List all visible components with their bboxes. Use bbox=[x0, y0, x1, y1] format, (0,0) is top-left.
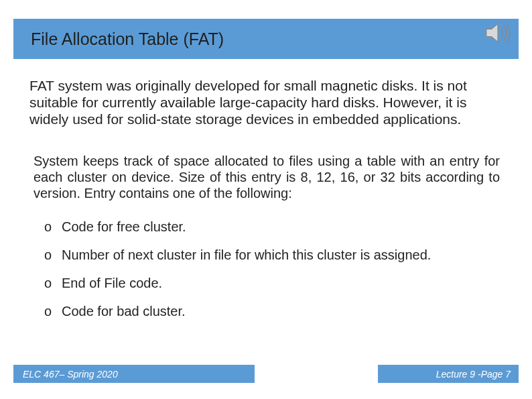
paragraph-intro: FAT system was originally developed for … bbox=[29, 78, 500, 127]
title-bar: File Allocation Table (FAT) bbox=[13, 19, 519, 59]
list-item-text: Number of next cluster in file for which… bbox=[62, 247, 431, 263]
list-marker: o bbox=[44, 247, 62, 263]
list-marker: o bbox=[44, 219, 62, 235]
slide-title: File Allocation Table (FAT) bbox=[31, 30, 224, 49]
speaker-icon bbox=[482, 17, 513, 48]
list-item: o Code for free cluster. bbox=[44, 219, 500, 235]
list-item: o End of File code. bbox=[44, 275, 500, 291]
page-label: Lecture 9 -Page 7 bbox=[436, 369, 511, 380]
slide: File Allocation Table (FAT) FAT system w… bbox=[0, 0, 532, 399]
footer-right: Lecture 9 -Page 7 bbox=[378, 365, 519, 383]
list-marker: o bbox=[44, 303, 62, 319]
list-item-text: End of File code. bbox=[62, 275, 162, 291]
bullet-list: o Code for free cluster. o Number of nex… bbox=[44, 219, 500, 331]
course-label: ELC 467– Spring 2020 bbox=[23, 369, 118, 380]
list-item: o Number of next cluster in file for whi… bbox=[44, 247, 500, 263]
list-marker: o bbox=[44, 275, 62, 291]
footer-left: ELC 467– Spring 2020 bbox=[13, 365, 255, 383]
list-item-text: Code for free cluster. bbox=[62, 219, 186, 235]
list-item-text: Code for bad cluster. bbox=[62, 303, 186, 319]
list-item: o Code for bad cluster. bbox=[44, 303, 500, 319]
paragraph-detail: System keeps track of space allocated to… bbox=[34, 153, 500, 201]
